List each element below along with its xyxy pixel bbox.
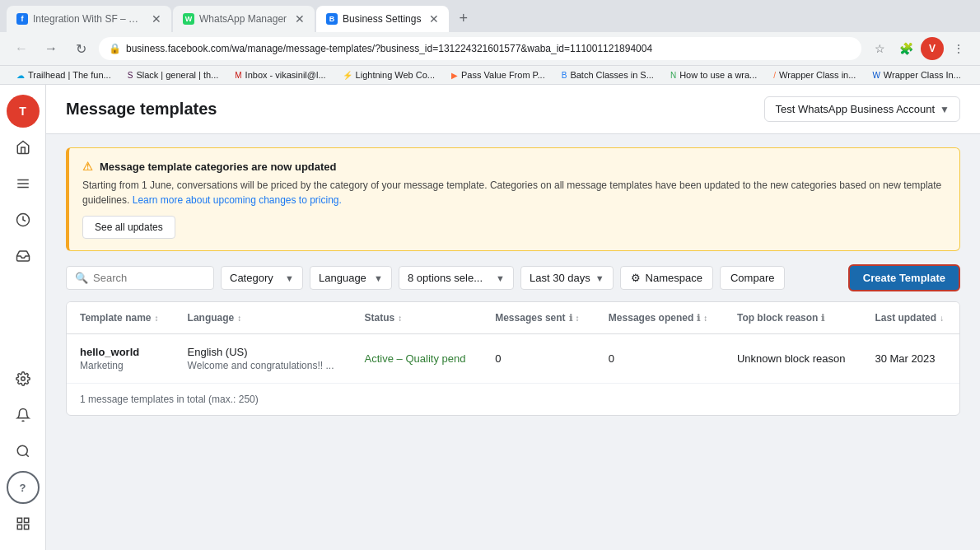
star-button[interactable]: ☆	[868, 37, 891, 60]
alert-title: ⚠ Message template categories are now up…	[82, 160, 946, 173]
sort-icon-last-updated[interactable]: ↓	[940, 314, 944, 323]
table-footer: 1 message templates in total (max.: 250)	[67, 383, 959, 415]
new-tab-button[interactable]: +	[450, 5, 476, 32]
menu-button[interactable]: ⋮	[947, 37, 970, 60]
compare-button[interactable]: Compare	[720, 266, 785, 290]
message-templates-table: Template name ↕ Language ↕	[66, 301, 960, 416]
svg-rect-10	[17, 525, 21, 529]
page-title: Message templates	[66, 100, 217, 119]
bookmark-how-to[interactable]: N How to use a wra...	[664, 68, 763, 82]
sort-icon-messages-sent[interactable]: ↕	[576, 314, 580, 323]
browser-tabs-bar: f Integration With SF – WhatsA... ✕ W Wh…	[0, 0, 980, 32]
namespace-button[interactable]: ⚙ Namespace	[620, 266, 713, 290]
svg-rect-8	[24, 518, 28, 522]
bookmark-wrapper2[interactable]: W Wrapper Class In...	[866, 68, 967, 82]
tab3-label: Business Settings	[343, 13, 421, 25]
alert-link[interactable]: Learn more about upcoming changes to pri…	[133, 194, 342, 206]
content-area: ⚠ Message template categories are now up…	[46, 134, 980, 550]
sidebar-settings[interactable]	[7, 362, 40, 395]
category-filter[interactable]: Category ▼	[221, 266, 303, 290]
svg-rect-9	[24, 525, 28, 529]
lock-icon: 🔒	[109, 43, 121, 54]
sidebar-help[interactable]: ?	[7, 471, 40, 504]
bookmark-inbox[interactable]: M Inbox - vikasinil@l...	[228, 68, 332, 82]
date-filter[interactable]: Last 30 days ▼	[520, 266, 614, 290]
language-chevron-icon: ▼	[374, 273, 383, 283]
sidebar-bottom: ?	[7, 362, 40, 540]
account-selector[interactable]: Test WhatsApp Business Account ▼	[764, 96, 960, 122]
bookmark-pass-value[interactable]: ▶ Pass Value From P...	[445, 68, 552, 82]
bookmark-trailhead[interactable]: ☁ Trailhead | The fun...	[10, 68, 118, 82]
col-language: Language ↕	[175, 302, 352, 334]
browser-toolbar: ← → ↻ 🔒 business.facebook.com/wa/manage/…	[0, 32, 980, 66]
sidebar-menu[interactable]	[7, 167, 40, 200]
options-chevron-icon: ▼	[496, 273, 505, 283]
bookmark-lightning[interactable]: ⚡ Lightning Web Co...	[336, 68, 441, 82]
sidebar-home[interactable]	[7, 131, 40, 164]
back-button[interactable]: ←	[10, 37, 33, 60]
alert-banner: ⚠ Message template categories are now up…	[66, 147, 960, 251]
filter-bar: 🔍 Category ▼ Language ▼ 8 options sele..…	[66, 264, 960, 291]
sidebar-clock[interactable]	[7, 203, 40, 236]
see-all-updates-button[interactable]: See all updates	[82, 216, 175, 239]
tab-3[interactable]: B Business Settings ✕	[316, 6, 449, 32]
tab1-label: Integration With SF – WhatsA...	[33, 13, 143, 25]
table-header-row: Template name ↕ Language ↕	[67, 302, 959, 334]
options-filter-label: 8 options sele...	[408, 272, 483, 284]
category-chevron-icon: ▼	[285, 273, 294, 283]
forward-button[interactable]: →	[40, 37, 63, 60]
sort-icon-language[interactable]: ↕	[237, 314, 241, 323]
bookmark-slack[interactable]: S Slack | general | th...	[121, 68, 226, 82]
tab-1[interactable]: f Integration With SF – WhatsA... ✕	[7, 6, 171, 32]
create-template-button[interactable]: Create Template	[848, 264, 960, 291]
sidebar-inbox[interactable]	[7, 240, 40, 273]
extensions-button[interactable]: 🧩	[894, 37, 917, 60]
date-filter-label: Last 30 days	[530, 272, 590, 284]
gear-icon: ⚙	[631, 272, 641, 284]
tab2-favicon: W	[183, 13, 194, 25]
profile-button[interactable]: V	[921, 37, 944, 60]
search-icon: 🔍	[75, 272, 88, 284]
language-filter-label: Language	[319, 272, 366, 284]
info-icon-messages-opened[interactable]: ℹ	[697, 313, 700, 324]
col-top-block-reason: Top block reason ℹ	[724, 302, 862, 334]
category-filter-label: Category	[230, 272, 273, 284]
namespace-label: Namespace	[646, 272, 702, 284]
refresh-button[interactable]: ↻	[69, 37, 92, 60]
page-header: Message templates Test WhatsApp Business…	[46, 85, 980, 134]
search-input[interactable]	[93, 272, 205, 284]
svg-point-5	[17, 445, 27, 455]
col-messages-sent: Messages sent ℹ ↕	[482, 302, 595, 334]
bookmark-wrapper1[interactable]: / Wrapper Class in...	[767, 68, 862, 82]
main-content: Message templates Test WhatsApp Business…	[46, 85, 980, 550]
svg-rect-7	[17, 518, 21, 522]
tab1-close[interactable]: ✕	[152, 12, 161, 26]
sort-icon-status[interactable]: ↕	[398, 314, 402, 323]
sort-icon-template-name[interactable]: ↕	[154, 314, 158, 323]
sidebar-search[interactable]	[7, 435, 40, 468]
sidebar-dashboard[interactable]	[7, 507, 40, 540]
search-input-container[interactable]: 🔍	[66, 266, 214, 290]
info-icon-messages-sent[interactable]: ℹ	[569, 313, 572, 324]
cell-messages-sent: 0	[482, 334, 595, 384]
tab-2[interactable]: W WhatsApp Manager ✕	[173, 6, 315, 32]
alert-text: Starting from 1 June, conversations will…	[82, 178, 946, 207]
browser-actions: ☆ 🧩 V ⋮	[868, 37, 970, 60]
templates-table: Template name ↕ Language ↕	[67, 302, 959, 383]
sidebar-notifications[interactable]	[7, 399, 40, 431]
info-icon-top-block-reason[interactable]: ℹ	[821, 313, 824, 324]
cell-language: English (US) Welcome and congratulations…	[175, 334, 352, 384]
address-bar[interactable]: 🔒 business.facebook.com/wa/manage/messag…	[99, 37, 861, 60]
status-badge: Active – Quality pend	[365, 352, 466, 365]
options-filter[interactable]: 8 options sele... ▼	[399, 266, 514, 290]
language-filter[interactable]: Language ▼	[310, 266, 392, 290]
svg-point-4	[21, 377, 25, 381]
warning-icon: ⚠	[82, 160, 93, 173]
bookmark-batch[interactable]: B Batch Classes in S...	[555, 68, 660, 82]
chevron-down-icon: ▼	[940, 104, 950, 115]
sort-icon-messages-opened[interactable]: ↕	[703, 314, 707, 323]
cell-messages-opened: 0	[595, 334, 724, 384]
cell-top-block-reason: Unknown block reason	[724, 334, 862, 384]
tab2-close[interactable]: ✕	[295, 12, 305, 26]
tab3-close[interactable]: ✕	[429, 12, 439, 26]
